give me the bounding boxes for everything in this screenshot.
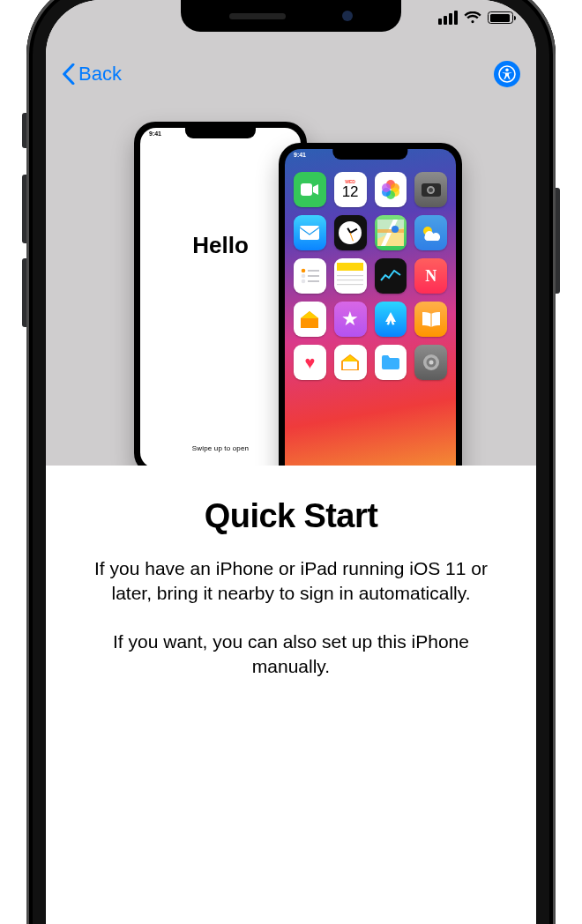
- paragraph-2: If you want, you can also set up this iP…: [83, 630, 499, 680]
- accessibility-icon: [498, 65, 516, 83]
- home-app-icon: [294, 302, 326, 337]
- maps-icon: [375, 215, 407, 250]
- front-camera: [342, 11, 353, 21]
- svg-rect-14: [337, 279, 363, 280]
- svg-point-7: [302, 274, 306, 279]
- svg-rect-9: [308, 270, 319, 272]
- svg-rect-15: [337, 284, 363, 285]
- speaker-grille: [229, 13, 286, 19]
- chevron-left-icon: [62, 63, 75, 85]
- mute-switch: [22, 113, 26, 148]
- page-title: Quick Start: [83, 497, 499, 535]
- svg-point-6: [302, 269, 306, 273]
- illustration-status-time: 9:41: [149, 130, 161, 137]
- notes-icon: [334, 258, 367, 294]
- books-icon: [414, 302, 447, 337]
- volume-down-button: [22, 258, 26, 327]
- svg-rect-2: [301, 183, 312, 196]
- svg-point-8: [302, 279, 306, 284]
- illustration-home-grid: WED 12: [294, 172, 447, 380]
- body-text: If you have an iPhone or iPad running iO…: [83, 556, 499, 679]
- illustration-hello-text: Hello: [140, 232, 301, 259]
- illustration-existing-iphone: 9:41 WED 12: [279, 143, 462, 513]
- svg-rect-13: [337, 275, 363, 276]
- cellular-signal-icon: [438, 11, 458, 25]
- svg-point-1: [505, 69, 508, 71]
- paragraph-1: If you have an iPhone or iPad running iO…: [83, 556, 499, 607]
- news-icon: N: [414, 258, 447, 294]
- illustration-swipe-hint: Swipe up to open: [140, 444, 301, 452]
- back-button[interactable]: Back: [62, 63, 122, 86]
- svg-point-4: [392, 226, 399, 233]
- camera-icon: [414, 172, 447, 207]
- svg-rect-3: [300, 226, 319, 240]
- battery-icon: [488, 11, 513, 24]
- stocks-icon: [375, 258, 407, 294]
- weather-icon: [414, 215, 447, 250]
- wifi-icon: [464, 11, 481, 24]
- volume-up-button: [22, 175, 26, 243]
- home-icon: [334, 345, 367, 380]
- accessibility-button[interactable]: [494, 61, 520, 87]
- status-bar: [438, 11, 513, 25]
- content-area: Quick Start If you have an iPhone or iPa…: [46, 466, 536, 924]
- svg-rect-10: [308, 275, 319, 277]
- facetime-icon: [294, 172, 326, 207]
- nav-bar: Back: [46, 55, 536, 93]
- svg-rect-11: [308, 280, 319, 282]
- calendar-icon: WED 12: [334, 172, 367, 207]
- health-icon: ♥: [294, 345, 326, 380]
- itunes-store-icon: ★: [334, 302, 367, 337]
- clock-icon: [334, 215, 367, 250]
- files-icon: [375, 345, 407, 380]
- appstore-icon: [375, 302, 407, 337]
- mail-icon: [294, 215, 326, 250]
- svg-rect-12: [337, 263, 363, 271]
- reminders-icon: [294, 258, 326, 294]
- iphone-frame: Back 9:41 Hello Swipe up to open: [26, 0, 556, 924]
- illustration-status-time: 9:41: [294, 152, 306, 158]
- back-label: Back: [78, 63, 122, 86]
- svg-point-18: [429, 361, 433, 365]
- settings-icon: [414, 345, 447, 380]
- notch: [181, 0, 401, 32]
- photos-icon: [375, 172, 407, 207]
- screen: Back 9:41 Hello Swipe up to open: [46, 0, 536, 924]
- side-button: [556, 188, 560, 294]
